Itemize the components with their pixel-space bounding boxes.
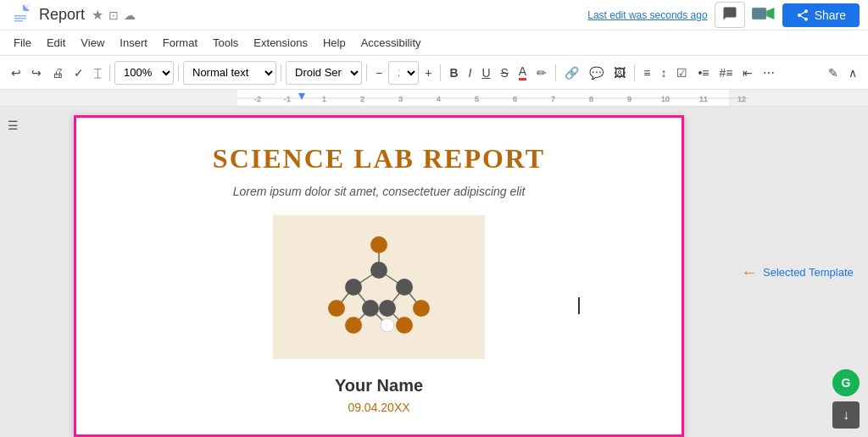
highlight-button[interactable]: ✏	[532, 63, 551, 83]
toolbar-separator-2	[178, 64, 179, 81]
google-docs-icon	[8, 3, 32, 27]
toolbar-separator-6	[555, 64, 556, 81]
meet-button[interactable]	[752, 5, 776, 25]
link-button[interactable]: 🔗	[560, 63, 583, 83]
page-format-icon[interactable]: ☰	[3, 115, 23, 136]
print-button[interactable]: 🖨	[47, 63, 68, 83]
svg-text:8: 8	[589, 95, 593, 103]
svg-point-48	[328, 300, 345, 317]
svg-text:6: 6	[513, 95, 517, 103]
last-edit-label: Last edit was seconds ago	[587, 9, 707, 21]
bullet-list-button[interactable]: •≡	[693, 63, 713, 83]
menu-tools[interactable]: Tools	[206, 33, 245, 53]
history-icon[interactable]: ⊡	[108, 8, 119, 22]
title-bar: Report ★ ⊡ ☁ Last edit was seconds ago S…	[0, 0, 868, 30]
svg-text:-1: -1	[284, 95, 291, 103]
toolbar-separator-1	[109, 64, 110, 81]
svg-point-43	[345, 279, 362, 296]
document-page: SCIENCE LAB REPORT Lorem ipsum dolor sit…	[74, 115, 684, 437]
menu-edit[interactable]: Edit	[40, 33, 72, 53]
svg-point-52	[381, 318, 394, 332]
left-tools: ☰	[0, 107, 25, 437]
document-title: Report	[39, 6, 85, 24]
more-formatting-button[interactable]: ⋯	[759, 63, 779, 83]
collapse-toolbar-button[interactable]: ∧	[844, 63, 861, 83]
italic-button[interactable]: I	[465, 63, 476, 83]
svg-text:1: 1	[322, 95, 326, 103]
svg-rect-3	[14, 18, 26, 19]
font-size-select[interactable]: 11 8 12	[388, 61, 419, 85]
menu-insert[interactable]: Insert	[113, 33, 154, 53]
molecule-diagram	[273, 215, 485, 359]
cloud-icon[interactable]: ☁	[124, 8, 136, 22]
strikethrough-button[interactable]: S	[497, 63, 513, 83]
edit-pencil-button[interactable]: ✎	[824, 63, 843, 83]
share-label: Share	[815, 8, 846, 22]
svg-point-46	[379, 300, 396, 317]
svg-rect-11	[119, 90, 237, 107]
svg-point-51	[396, 317, 413, 334]
indent-decrease-button[interactable]: ⇤	[738, 63, 757, 83]
svg-point-49	[413, 300, 430, 317]
grammarly-button[interactable]: G	[832, 369, 860, 396]
svg-point-47	[370, 236, 387, 253]
svg-text:9: 9	[627, 95, 632, 103]
svg-point-42	[370, 262, 387, 279]
svg-point-45	[362, 300, 379, 317]
spellcheck-button[interactable]: ✓	[70, 63, 88, 83]
svg-marker-9	[766, 8, 774, 19]
text-style-select[interactable]: Normal text Heading 1 Heading 2	[183, 61, 276, 85]
toolbar-separator-5	[440, 64, 441, 81]
image-button[interactable]: 🖼	[609, 63, 630, 83]
annotation-text-label: Selected Template	[763, 266, 854, 279]
text-color-button[interactable]: A	[515, 61, 531, 84]
author-name: Your Name	[335, 376, 423, 396]
share-button[interactable]: Share	[782, 3, 860, 27]
chat-button[interactable]	[715, 2, 745, 28]
document-area[interactable]: SCIENCE LAB REPORT Lorem ipsum dolor sit…	[25, 107, 732, 437]
svg-text:5: 5	[475, 95, 479, 103]
svg-rect-2	[14, 15, 26, 17]
numbered-list-button[interactable]: #≡	[715, 63, 737, 83]
document-date: 09.04.20XX	[348, 401, 409, 414]
svg-text:-2: -2	[254, 95, 261, 103]
toolbar-separator-3	[281, 64, 281, 81]
zoom-select[interactable]: 100% 75% 150%	[114, 61, 174, 85]
floating-tools: G ↓	[832, 369, 860, 429]
text-cursor	[578, 297, 580, 314]
font-size-increase-button[interactable]: +	[420, 63, 436, 83]
font-size-decrease-button[interactable]: −	[371, 63, 387, 83]
checklist-button[interactable]: ☑	[672, 63, 692, 83]
main-area: ☰ SCIENCE LAB REPORT Lorem ipsum dolor s…	[0, 107, 868, 437]
toolbar: ↩ ↪ 🖨 ✓ ⌶ 100% 75% 150% Normal text Head…	[0, 56, 868, 90]
comment-button[interactable]: 💬	[585, 63, 608, 83]
redo-button[interactable]: ↪	[27, 63, 46, 83]
svg-text:3: 3	[398, 95, 403, 103]
menu-accessibility[interactable]: Accessibility	[354, 33, 428, 53]
menu-file[interactable]: File	[7, 33, 38, 53]
bold-button[interactable]: B	[445, 63, 462, 83]
svg-text:2: 2	[360, 95, 364, 103]
line-spacing-button[interactable]: ↕	[656, 63, 670, 83]
menu-view[interactable]: View	[74, 33, 111, 53]
paint-format-button[interactable]: ⌶	[90, 63, 105, 83]
svg-point-44	[396, 279, 413, 296]
menu-help[interactable]: Help	[316, 33, 353, 53]
star-icon[interactable]: ★	[92, 7, 103, 23]
toolbar-separator-4	[366, 64, 367, 81]
font-select[interactable]: Droid Serif Arial Times New Roman	[286, 61, 362, 85]
title-right-group: Last edit was seconds ago Share	[587, 2, 860, 28]
svg-text:12: 12	[737, 95, 746, 103]
svg-text:7: 7	[551, 95, 555, 103]
ruler: -2 -1 1 2 3 4 5 6 7 8 9 10 11 12 13 14	[0, 90, 868, 107]
document-main-title: SCIENCE LAB REPORT	[213, 143, 545, 174]
underline-button[interactable]: U	[477, 63, 494, 83]
menu-extensions[interactable]: Extensions	[247, 33, 314, 53]
selected-template-annotation: ← Selected Template	[741, 263, 854, 282]
menu-bar: File Edit View Insert Format Tools Exten…	[0, 30, 868, 56]
undo-button[interactable]: ↩	[7, 63, 25, 83]
menu-format[interactable]: Format	[156, 33, 204, 53]
scroll-down-button[interactable]: ↓	[832, 401, 860, 429]
align-button[interactable]: ≡	[639, 63, 654, 83]
svg-text:10: 10	[661, 95, 670, 103]
